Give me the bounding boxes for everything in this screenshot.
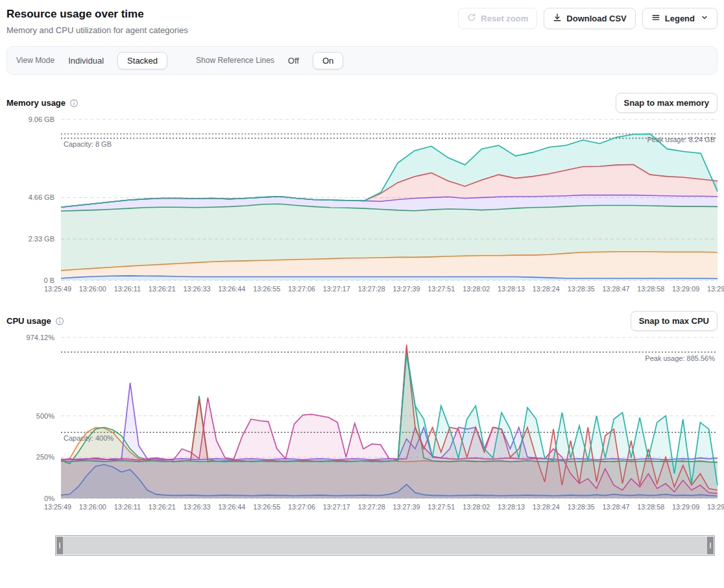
reset-zoom-label: Reset zoom <box>481 14 528 23</box>
x-tick-label: 13:27:39 <box>392 285 420 293</box>
download-csv-label: Download CSV <box>566 14 626 23</box>
x-tick-label: 13:27:51 <box>428 503 455 511</box>
x-tick-label: 13:28:13 <box>498 285 525 293</box>
memory-usage-section: Memory usage Snap to max memory 9.06 GB4… <box>6 93 718 293</box>
refresh-icon <box>467 13 476 24</box>
cpu-section-header: CPU usage Snap to max CPU <box>6 311 718 331</box>
reference-lines-on[interactable]: On <box>313 52 343 69</box>
x-tick-label: 13:28:02 <box>463 503 490 511</box>
x-tick-label: 13:29:24 <box>707 285 724 293</box>
x-tick-label: 13:26:55 <box>253 285 280 293</box>
y-tick-label: 0 B <box>43 276 54 284</box>
x-tick-label: 13:28:47 <box>602 285 629 293</box>
x-tick-label: 13:28:47 <box>602 503 629 511</box>
memory-capacity-label: Capacity: 8 GB <box>64 140 112 148</box>
view-mode-label: View Mode <box>16 56 54 65</box>
x-tick-label: 13:26:21 <box>149 285 176 293</box>
brush-handle-right[interactable] <box>707 537 714 554</box>
y-tick-label: 4.66 GB <box>29 193 54 201</box>
x-tick-label: 13:28:35 <box>568 285 595 293</box>
x-tick-label: 13:27:06 <box>288 503 315 511</box>
y-tick-label: 500% <box>36 412 54 420</box>
x-tick-label: 13:26:00 <box>79 285 106 293</box>
cpu-plot[interactable]: Peak usage: 885.56%Capacity: 400% <box>61 337 718 498</box>
brush-handle-left[interactable] <box>56 537 63 554</box>
download-csv-button[interactable]: Download CSV <box>544 8 635 29</box>
info-icon[interactable] <box>69 99 78 108</box>
cpu-peak-label: Peak usage: 885.56% <box>645 354 715 362</box>
x-tick-label: 13:25:49 <box>44 503 71 511</box>
x-tick-label: 13:26:55 <box>253 503 280 511</box>
x-tick-label: 13:26:44 <box>218 285 245 293</box>
dashboard-page: Resource usage over time Memory and CPU … <box>0 0 724 556</box>
memory-peak-label: Peak usage: 8.24 GB <box>647 136 715 143</box>
time-range-scrollbar[interactable] <box>55 535 715 556</box>
cpu-usage-section: CPU usage Snap to max CPU 974.12%500%250… <box>6 311 718 511</box>
title-block: Resource usage over time Memory and CPU … <box>6 8 188 35</box>
reference-lines-label: Show Reference Lines <box>196 56 274 65</box>
x-tick-label: 13:28:58 <box>637 503 664 511</box>
memory-usage-svg <box>61 119 718 280</box>
cpu-capacity-label: Capacity: 400% <box>64 434 114 442</box>
x-tick-label: 13:27:17 <box>323 503 350 511</box>
x-tick-label: 13:26:44 <box>218 503 245 511</box>
series-teal-area <box>61 355 718 499</box>
x-tick-label: 13:26:00 <box>79 503 106 511</box>
x-tick-label: 13:28:24 <box>533 503 560 511</box>
x-tick-label: 13:28:13 <box>498 503 525 511</box>
y-tick-label: 2.33 GB <box>29 235 54 243</box>
x-tick-label: 13:26:11 <box>114 503 141 511</box>
x-tick-label: 13:27:17 <box>323 285 350 293</box>
brush-track[interactable] <box>63 537 707 554</box>
x-tick-label: 13:27:51 <box>428 285 455 293</box>
y-tick-label: 974.12% <box>27 334 54 341</box>
x-tick-label: 13:26:11 <box>114 285 141 293</box>
cpu-usage-svg <box>61 337 718 498</box>
x-tick-label: 13:26:21 <box>149 503 176 511</box>
view-mode-individual[interactable]: Individual <box>63 53 109 69</box>
legend-button[interactable]: Legend <box>642 8 718 29</box>
snap-to-max-cpu-button[interactable]: Snap to max CPU <box>631 311 718 331</box>
cpu-chart[interactable]: 974.12%500%250%0% Peak usage: 885.56%Cap… <box>6 337 718 511</box>
header-actions: Reset zoom Download CSV Legend <box>458 8 718 29</box>
memory-plot[interactable]: Capacity: 8 GBPeak usage: 8.24 GB <box>61 119 718 280</box>
legend-label: Legend <box>665 14 695 23</box>
view-controls-bar: View Mode Individual Stacked Show Refere… <box>6 46 718 75</box>
reference-lines-off[interactable]: Off <box>283 53 304 69</box>
x-tick-label: 13:28:35 <box>568 503 595 511</box>
memory-usage-heading: Memory usage <box>6 98 66 108</box>
view-mode-stacked[interactable]: Stacked <box>117 52 167 69</box>
cpu-usage-heading: CPU usage <box>6 316 51 326</box>
download-icon <box>553 13 562 24</box>
page-title: Resource usage over time <box>6 8 188 21</box>
y-tick-label: 250% <box>36 453 54 461</box>
reset-zoom-button[interactable]: Reset zoom <box>458 8 537 29</box>
cpu-y-axis: 974.12%500%250%0% <box>6 337 54 498</box>
x-tick-label: 13:28:24 <box>533 285 560 293</box>
x-tick-label: 13:26:33 <box>184 503 211 511</box>
x-tick-label: 13:29:09 <box>672 285 699 293</box>
list-icon <box>651 13 660 24</box>
cpu-x-axis: 13:25:4913:26:0013:26:1113:26:2113:26:33… <box>44 503 724 511</box>
y-tick-label: 9.06 GB <box>29 116 54 123</box>
x-tick-label: 13:25:49 <box>44 285 71 293</box>
memory-section-header: Memory usage Snap to max memory <box>6 93 718 113</box>
y-tick-label: 0% <box>44 495 54 502</box>
x-tick-label: 13:28:58 <box>637 285 664 293</box>
snap-to-max-memory-button[interactable]: Snap to max memory <box>616 93 718 113</box>
x-tick-label: 13:26:33 <box>184 285 211 293</box>
memory-chart[interactable]: 9.06 GB4.66 GB2.33 GB0 B Capacity: 8 GBP… <box>6 119 718 293</box>
x-tick-label: 13:27:28 <box>358 503 385 511</box>
memory-x-axis: 13:25:4913:26:0013:26:1113:26:2113:26:33… <box>44 285 724 293</box>
x-tick-label: 13:27:06 <box>288 285 315 293</box>
page-subtitle: Memory and CPU utilization for agent cat… <box>6 25 188 35</box>
memory-y-axis: 9.06 GB4.66 GB2.33 GB0 B <box>6 119 54 280</box>
x-tick-label: 13:27:28 <box>358 285 385 293</box>
x-tick-label: 13:27:39 <box>392 503 420 511</box>
x-tick-label: 13:28:02 <box>463 285 490 293</box>
page-header: Resource usage over time Memory and CPU … <box>6 8 718 35</box>
x-tick-label: 13:29:09 <box>672 503 699 511</box>
info-icon[interactable] <box>55 317 64 326</box>
x-tick-label: 13:29:24 <box>707 503 724 511</box>
chevron-down-icon <box>701 14 708 23</box>
